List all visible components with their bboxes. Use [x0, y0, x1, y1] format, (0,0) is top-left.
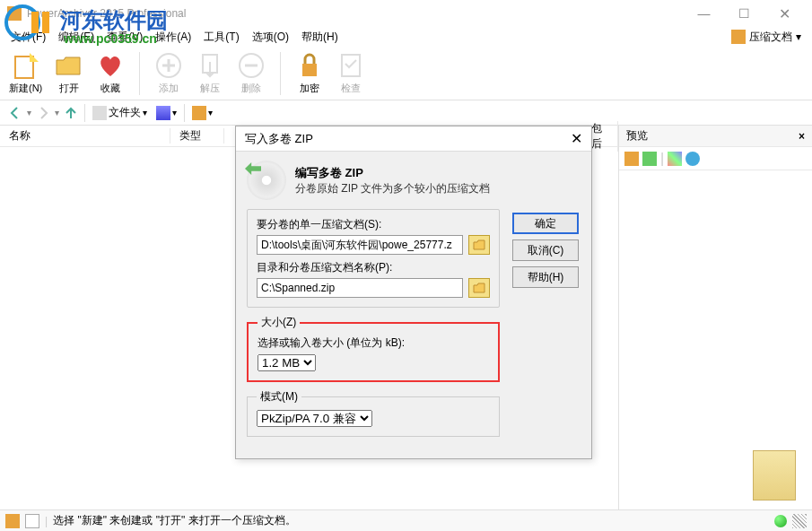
titlebar: PowerArchiver 2015 Professional — ☐ ✕ — [0, 0, 812, 27]
menu-help[interactable]: 帮助(H) — [296, 28, 344, 47]
app-icon — [7, 6, 22, 21]
minimize-button[interactable]: — — [684, 0, 724, 27]
dest-input[interactable] — [257, 278, 463, 298]
preview-pane: 预览 × | — [619, 126, 812, 509]
add-icon — [154, 51, 183, 80]
folders-combo[interactable]: 文件夹 ▾ — [89, 105, 151, 120]
encrypt-button[interactable]: 加密 — [295, 51, 324, 95]
dialog-titlebar: 写入多卷 ZIP ✕ — [236, 126, 591, 152]
chevron-down-icon[interactable]: ▾ — [55, 108, 59, 118]
status-icon-2[interactable] — [25, 514, 39, 528]
right-label: 压缩文档 — [749, 30, 792, 45]
check-button: 检查 — [336, 51, 365, 95]
column-name[interactable]: 名称 — [0, 128, 170, 144]
dest-browse-button[interactable] — [468, 278, 490, 298]
delete-icon — [237, 51, 266, 80]
source-input[interactable] — [257, 235, 463, 255]
resize-grip-icon[interactable] — [792, 514, 807, 528]
status-hint: 选择 "新建" 来创建或 "打开" 来打开一个压缩文档。 — [53, 513, 295, 528]
open-icon — [55, 51, 83, 80]
ok-button[interactable]: 确定 — [512, 213, 579, 234]
chevron-down-icon: ▾ — [208, 108, 213, 118]
check-icon — [336, 51, 365, 80]
preview-body — [619, 170, 812, 509]
extract-icon — [196, 51, 224, 80]
preview-icon-1[interactable] — [624, 152, 639, 166]
view-combo-2[interactable]: ▾ — [188, 106, 216, 120]
nav-back-button[interactable] — [5, 103, 25, 123]
lock-icon — [295, 51, 324, 80]
mode-group: 模式(M) PkZip/PA 7.0 兼容 — [247, 389, 500, 437]
mode-select[interactable]: PkZip/PA 7.0 兼容 — [257, 410, 372, 427]
cancel-button[interactable]: 取消(C) — [512, 239, 579, 261]
extract-button: 解压 — [196, 51, 224, 95]
chevron-down-icon: ▾ — [172, 108, 177, 118]
nav-forward-button[interactable] — [33, 103, 53, 123]
view-icon — [156, 106, 170, 120]
chevron-down-icon[interactable]: ▾ — [796, 30, 801, 43]
size-select[interactable]: 1.2 MB — [258, 354, 316, 371]
favorite-button[interactable]: 收藏 — [96, 51, 125, 95]
cd-icon — [247, 161, 286, 200]
preview-header: 预览 × — [619, 126, 812, 147]
archive-icon — [731, 30, 746, 44]
window-title: PowerArchiver 2015 Professional — [27, 7, 186, 20]
status-icon-1[interactable] — [5, 514, 20, 528]
menubar: 文件(F) 编辑(E) 查看(V) 操作(A) 工具(T) 选项(O) 帮助(H… — [0, 27, 812, 47]
source-group: 要分卷的单一压缩文档(S): 目录和分卷压缩文档名称(P): — [247, 209, 500, 308]
mode-legend: 模式(M) — [257, 389, 301, 405]
layout-icon — [192, 106, 206, 120]
size-label: 选择或输入卷大小 (单位为 kB): — [258, 335, 489, 351]
menu-options[interactable]: 选项(O) — [247, 28, 294, 47]
dialog-close-button[interactable]: ✕ — [571, 130, 582, 147]
navbar: ▾ ▾ 文件夹 ▾ ▾ ▾ — [0, 100, 812, 126]
delete-button: 删除 — [237, 51, 266, 95]
menu-edit[interactable]: 编辑(E) — [53, 28, 100, 47]
new-icon — [12, 51, 40, 80]
statusbar: | 选择 "新建" 来创建或 "打开" 来打开一个压缩文档。 — [0, 509, 812, 531]
new-button[interactable]: 新建(N) — [9, 51, 42, 95]
dest-label: 目录和分卷压缩文档名称(P): — [257, 260, 490, 275]
source-browse-button[interactable] — [468, 235, 490, 255]
maximize-button[interactable]: ☐ — [724, 0, 764, 27]
svg-marker-4 — [30, 53, 39, 62]
menu-view[interactable]: 查看(V) — [101, 28, 148, 47]
column-type[interactable]: 类型 — [170, 128, 224, 144]
archive-image — [753, 450, 796, 501]
span-zip-dialog: 写入多卷 ZIP ✕ 编写多卷 ZIP 分卷原始 ZIP 文件为多个较小的压缩文… — [235, 126, 592, 459]
status-indicator — [774, 515, 787, 527]
dialog-header-subtitle: 分卷原始 ZIP 文件为多个较小的压缩文档 — [295, 181, 490, 196]
menu-file[interactable]: 文件(F) — [5, 28, 51, 47]
open-button[interactable]: 打开 — [55, 51, 83, 95]
preview-toolbar: | — [619, 147, 812, 170]
preview-close-button[interactable]: × — [799, 130, 805, 143]
chevron-down-icon[interactable]: ▾ — [27, 108, 31, 118]
dialog-header-title: 编写多卷 ZIP — [295, 165, 490, 181]
preview-icon-2[interactable] — [642, 152, 657, 166]
preview-icon-3[interactable] — [668, 152, 682, 166]
source-label: 要分卷的单一压缩文档(S): — [257, 217, 490, 232]
folder-icon — [92, 106, 107, 120]
menu-tools[interactable]: 工具(T) — [198, 28, 244, 47]
menu-action[interactable]: 操作(A) — [150, 28, 196, 47]
add-button: 添加 — [154, 51, 183, 95]
help-button[interactable]: 帮助(H) — [512, 266, 579, 288]
chevron-down-icon: ▾ — [143, 108, 147, 118]
heart-icon — [96, 51, 125, 80]
size-legend: 大小(Z) — [258, 315, 300, 330]
size-group: 大小(Z) 选择或输入卷大小 (单位为 kB): 1.2 MB — [247, 315, 500, 382]
svg-rect-8 — [302, 64, 317, 76]
view-combo[interactable]: ▾ — [153, 106, 180, 120]
toolbar: 新建(N) 打开 收藏 添加 解压 删除 加密 — [0, 47, 812, 100]
preview-help-icon[interactable] — [685, 152, 700, 166]
nav-up-button[interactable] — [61, 103, 81, 123]
close-button[interactable]: ✕ — [764, 0, 805, 27]
dialog-title: 写入多卷 ZIP — [245, 131, 313, 147]
